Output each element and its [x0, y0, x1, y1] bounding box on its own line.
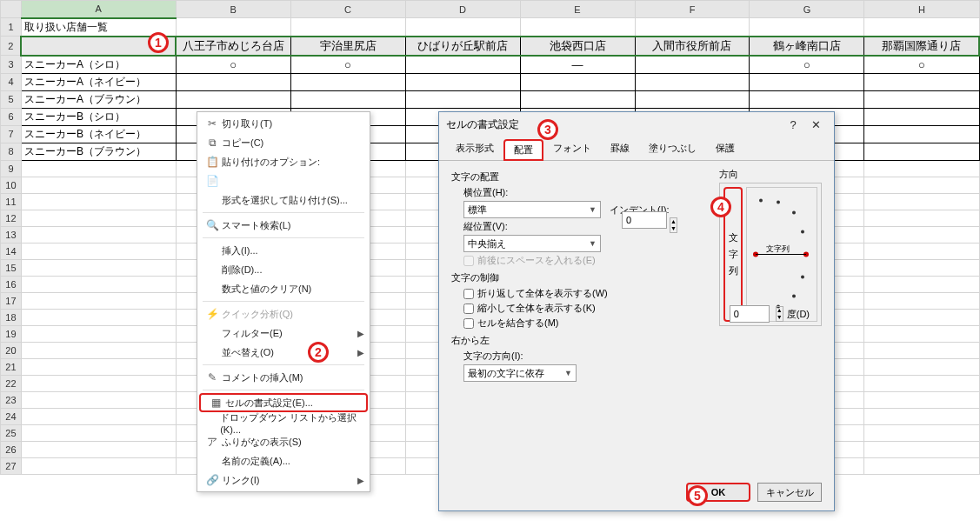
- cell[interactable]: [21, 226, 176, 243]
- cell[interactable]: [864, 375, 979, 391]
- cell[interactable]: [405, 56, 520, 74]
- cell[interactable]: ○: [290, 56, 405, 74]
- context-menu-item[interactable]: ✂切り取り(T): [197, 114, 370, 133]
- cell[interactable]: [750, 73, 864, 90]
- cell[interactable]: [21, 276, 176, 292]
- cell[interactable]: [864, 441, 979, 457]
- row-header[interactable]: 26: [1, 441, 22, 457]
- row-header[interactable]: 16: [1, 276, 22, 292]
- row-header[interactable]: 7: [1, 125, 22, 143]
- cell[interactable]: [635, 90, 750, 108]
- degree-spinner[interactable]: 0: [730, 305, 770, 323]
- cell[interactable]: [864, 309, 979, 325]
- cell[interactable]: —: [520, 56, 635, 74]
- context-menu-item[interactable]: 数式と値のクリア(N): [197, 279, 370, 298]
- cell[interactable]: [864, 160, 979, 177]
- spinner-buttons[interactable]: ▲▼: [670, 217, 677, 233]
- context-menu-item[interactable]: ドロップダウン リストから選択(K)...: [197, 413, 370, 432]
- cell[interactable]: [864, 226, 979, 243]
- cell[interactable]: [864, 143, 979, 160]
- row-header[interactable]: 10: [1, 177, 22, 193]
- context-menu-item[interactable]: 挿入(I)...: [197, 241, 370, 260]
- cell[interactable]: [864, 243, 979, 259]
- cell[interactable]: [864, 90, 979, 108]
- merge-checkbox[interactable]: [463, 318, 474, 329]
- cell[interactable]: [21, 292, 176, 309]
- cell[interactable]: スニーカーB（シロ）: [21, 108, 176, 125]
- cell[interactable]: 那覇国際通り店: [864, 37, 979, 56]
- cell[interactable]: [520, 73, 635, 90]
- cell[interactable]: [21, 325, 176, 342]
- context-menu-item[interactable]: フィルター(E)▶: [197, 324, 370, 343]
- cell[interactable]: スニーカーA（ブラウン）: [21, 90, 176, 108]
- cell[interactable]: 入間市役所前店: [635, 37, 750, 56]
- cell[interactable]: [635, 73, 750, 90]
- context-menu-item[interactable]: 📄: [197, 171, 370, 190]
- row-header[interactable]: 13: [1, 226, 22, 243]
- context-menu-item[interactable]: 削除(D)...: [197, 260, 370, 279]
- cell[interactable]: [864, 342, 979, 358]
- row-header[interactable]: 24: [1, 408, 22, 424]
- cell[interactable]: ○: [750, 56, 864, 74]
- direction-combo[interactable]: 最初の文字に依存▼: [463, 364, 577, 382]
- row-header[interactable]: 27: [1, 457, 22, 474]
- col-header[interactable]: F: [635, 1, 750, 18]
- cell[interactable]: スニーカーB（ネイビー）: [21, 125, 176, 143]
- cell[interactable]: [21, 309, 176, 325]
- cell[interactable]: [864, 424, 979, 441]
- context-menu-item[interactable]: 📋貼り付けのオプション:: [197, 152, 370, 171]
- row-header[interactable]: 19: [1, 325, 22, 342]
- cell[interactable]: [864, 259, 979, 276]
- cell[interactable]: [864, 358, 979, 375]
- row-header[interactable]: 1: [1, 18, 22, 37]
- cell[interactable]: [864, 73, 979, 90]
- cell[interactable]: ○: [176, 56, 290, 74]
- row-header[interactable]: 23: [1, 391, 22, 408]
- cell[interactable]: [21, 358, 176, 375]
- row-header[interactable]: 25: [1, 424, 22, 441]
- cell[interactable]: [176, 18, 290, 37]
- cell[interactable]: [21, 408, 176, 424]
- cell[interactable]: [750, 90, 864, 108]
- cell[interactable]: [176, 73, 290, 90]
- cell[interactable]: [864, 292, 979, 309]
- cell[interactable]: スニーカーB（ブラウン）: [21, 143, 176, 160]
- row-header[interactable]: 4: [1, 73, 22, 90]
- row-header[interactable]: 11: [1, 193, 22, 210]
- corner-cell[interactable]: [1, 1, 22, 18]
- col-header[interactable]: B: [176, 1, 290, 18]
- row-header[interactable]: 22: [1, 375, 22, 391]
- v-align-combo[interactable]: 中央揃え▼: [463, 235, 601, 252]
- cell[interactable]: [864, 391, 979, 408]
- context-menu-item[interactable]: ✎コメントの挿入(M): [197, 368, 370, 387]
- dialog-tab[interactable]: 罫線: [601, 138, 639, 160]
- cell[interactable]: [864, 325, 979, 342]
- cell[interactable]: [21, 375, 176, 391]
- cell[interactable]: [21, 391, 176, 408]
- cell[interactable]: [864, 210, 979, 226]
- cell[interactable]: [864, 18, 979, 37]
- cell[interactable]: [864, 457, 979, 474]
- row-header[interactable]: 14: [1, 243, 22, 259]
- context-menu-item[interactable]: 並べ替え(O)▶: [197, 343, 370, 362]
- cell[interactable]: 八王子市めじろ台店: [176, 37, 290, 56]
- row-header[interactable]: 9: [1, 160, 22, 177]
- row-header[interactable]: 12: [1, 210, 22, 226]
- h-align-combo[interactable]: 標準▼: [463, 201, 601, 218]
- close-button[interactable]: ✕: [804, 118, 827, 131]
- cell[interactable]: スニーカーA（ネイビー）: [21, 73, 176, 90]
- shrink-checkbox[interactable]: [463, 304, 474, 314]
- cell[interactable]: ひばりが丘駅前店: [405, 37, 520, 56]
- indent-spinner[interactable]: 0: [622, 211, 667, 229]
- row-header[interactable]: 15: [1, 259, 22, 276]
- cell[interactable]: [750, 18, 864, 37]
- cell[interactable]: [635, 56, 750, 74]
- cell[interactable]: [405, 18, 520, 37]
- context-menu-item[interactable]: ▦セルの書式設定(E)...: [199, 393, 368, 412]
- context-menu-item[interactable]: アふりがなの表示(S): [197, 432, 370, 451]
- cell[interactable]: [864, 177, 979, 193]
- context-menu-item[interactable]: 🔗リンク(I)▶: [197, 470, 370, 490]
- row-header[interactable]: 21: [1, 358, 22, 375]
- row-header[interactable]: 2: [1, 37, 22, 56]
- cell[interactable]: 鶴ヶ峰南口店: [750, 37, 864, 56]
